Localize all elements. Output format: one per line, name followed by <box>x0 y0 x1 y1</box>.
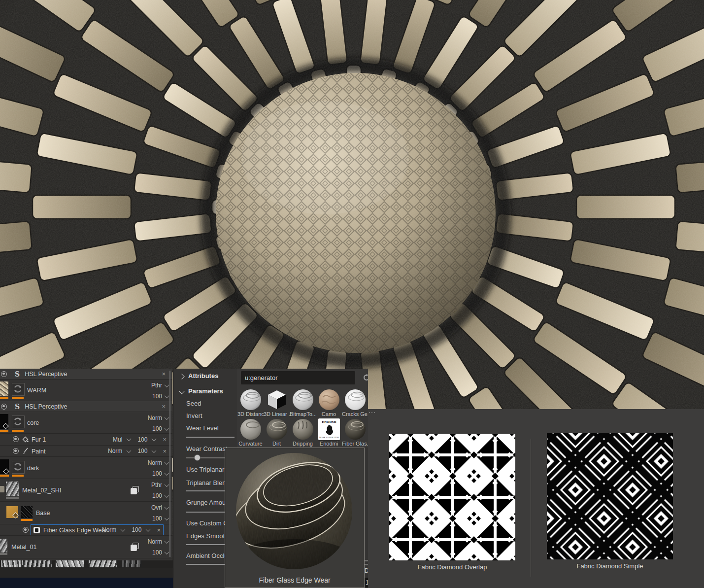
close-icon[interactable]: × <box>162 371 166 377</box>
texture-thumbnail[interactable] <box>56 560 84 567</box>
wear-contrast-slider-handle[interactable] <box>194 454 201 461</box>
effect-row[interactable]: Paint Norm 100 × <box>0 446 172 457</box>
layer-thumbnail[interactable] <box>0 539 7 553</box>
chevron-down-icon <box>165 482 169 487</box>
layer-row[interactable]: Metal_02_SHI Pthr 100 <box>0 479 172 502</box>
blend-mode-dropdown[interactable]: Norm <box>148 459 168 466</box>
fragment-value-field[interactable]: 14 <box>365 578 368 588</box>
layer-group-row[interactable]: S HSL Perceptive × <box>0 369 172 380</box>
opacity-dropdown[interactable]: 100 <box>152 515 168 522</box>
close-icon[interactable]: × <box>163 436 167 443</box>
swatch-label: Fabric Diamond Overlap <box>389 563 515 571</box>
blend-mode-dropdown[interactable]: Norm <box>102 526 116 533</box>
blend-mode-dropdown[interactable]: Pthr <box>151 382 168 389</box>
shelf-item[interactable]: Cracks Ge... <box>342 388 368 417</box>
visibility-toggle-icon[interactable] <box>13 448 19 454</box>
visibility-toggle-icon[interactable] <box>1 404 7 410</box>
layer-label[interactable]: Metal_01 <box>11 544 36 551</box>
opacity-dropdown[interactable]: 100 <box>152 470 168 477</box>
blend-mode-dropdown[interactable]: Ovrl <box>151 504 168 511</box>
shelf-item[interactable]: ENODMI MASK GENERATOR Enodmi <box>316 418 342 447</box>
shelf-item-label: 3D Distance <box>237 411 264 417</box>
fabric-diamond-simple-swatch[interactable] <box>547 433 673 559</box>
layer-thumbnail[interactable] <box>6 482 19 496</box>
texture-thumbnail[interactable] <box>122 560 142 567</box>
effect-label[interactable]: Fiber Glass Edge Wear <box>43 527 107 534</box>
refresh-icon[interactable] <box>362 373 368 382</box>
shelf-item[interactable]: Fiber Glas... <box>342 418 368 447</box>
shelf-item[interactable]: Dripping <box>290 418 316 447</box>
chevron-down-icon <box>152 436 157 441</box>
blend-mode-dropdown[interactable]: Norm <box>148 415 168 421</box>
mask-loop-icon[interactable] <box>12 415 25 428</box>
shelf-item[interactable]: 3D Distance <box>237 388 264 417</box>
shelf-item-label: Dripping <box>290 441 316 447</box>
layer-thumbnail[interactable] <box>0 459 9 474</box>
effect-row[interactable]: Fur 1 Mul 100 × <box>0 434 172 446</box>
parameters-section-header[interactable]: Parameters <box>188 387 223 395</box>
instance-copy-icon[interactable] <box>131 543 139 551</box>
chevron-down-icon <box>165 550 169 554</box>
opacity-dropdown[interactable]: 100 <box>137 436 147 443</box>
layer-thumbnail[interactable] <box>6 506 18 518</box>
shelf-item[interactable]: BitmapTo... <box>290 388 316 417</box>
layer-label[interactable]: dark <box>27 465 39 472</box>
mask-loop-icon[interactable] <box>12 383 25 396</box>
blend-mode-dropdown[interactable]: Pthr <box>151 482 168 488</box>
layer-row[interactable]: dark Norm 100 <box>0 457 172 479</box>
search-input[interactable] <box>241 371 355 384</box>
attributes-section-header[interactable]: Attributes <box>188 372 218 380</box>
layer-row[interactable]: core Norm 100 <box>0 412 172 434</box>
material-preview-sphere <box>225 448 365 588</box>
layer-label[interactable]: Base <box>36 510 50 517</box>
layer-row[interactable]: Base Ovrl 100 <box>0 502 172 524</box>
layer-row[interactable]: WARM Pthr 100 <box>0 380 172 401</box>
effect-label[interactable]: Fur 1 <box>32 436 46 443</box>
instance-copy-icon[interactable] <box>131 486 139 494</box>
layer-label[interactable]: WARM <box>27 387 46 394</box>
texture-thumbnail[interactable] <box>1 560 21 567</box>
close-icon[interactable]: × <box>162 403 166 410</box>
opacity-dropdown[interactable]: 100 <box>132 526 141 533</box>
layer-thumbnail[interactable] <box>0 414 8 429</box>
opacity-dropdown[interactable]: 100 <box>152 393 168 400</box>
opacity-dropdown[interactable]: 100 <box>137 448 147 454</box>
chevron-right-icon[interactable] <box>179 374 184 379</box>
texture-thumbnail[interactable] <box>89 560 117 567</box>
shelf-item[interactable]: Camo <box>316 388 342 417</box>
opacity-dropdown[interactable]: 100 <box>152 492 168 499</box>
chevron-down-icon <box>121 527 126 532</box>
layer-thumbnail[interactable] <box>0 381 8 396</box>
effect-row-selected[interactable]: Fiber Glass Edge Wear Norm 100 × <box>0 524 172 536</box>
blend-mode-dropdown[interactable]: Norm <box>108 448 122 454</box>
visibility-toggle-icon[interactable] <box>1 371 7 377</box>
layer-label[interactable]: Metal_02_SHI <box>22 487 61 494</box>
blend-mode-dropdown[interactable]: Norm <box>148 538 168 545</box>
shelf-item-label: Curvature <box>237 441 264 447</box>
shelf-item[interactable]: Dirt <box>264 418 290 447</box>
visibility-toggle-icon[interactable] <box>13 436 19 442</box>
shelf-item[interactable]: Curvature <box>237 418 264 447</box>
layer-label[interactable]: core <box>27 419 39 426</box>
scrollbar[interactable] <box>169 371 170 557</box>
opacity-dropdown[interactable]: 100 <box>152 549 168 556</box>
effect-label[interactable]: Paint <box>32 448 46 455</box>
folder-icon[interactable] <box>0 486 4 492</box>
channel-indicator-bar <box>12 430 24 432</box>
layer-group-row[interactable]: S HSL Perceptive × <box>0 401 172 412</box>
layer-row[interactable]: Metal_01 Norm 100 <box>0 536 172 558</box>
shelf-item[interactable]: 3D Linear ... <box>264 388 290 417</box>
close-icon[interactable]: × <box>157 527 161 533</box>
opacity-dropdown[interactable]: 100 <box>152 425 168 432</box>
texture-thumbnail[interactable] <box>22 560 52 567</box>
blend-mode-dropdown[interactable]: Mul <box>113 436 122 443</box>
mask-thumbnail[interactable] <box>21 506 33 518</box>
visibility-toggle-icon[interactable] <box>23 527 29 533</box>
layer-group-label[interactable]: HSL Perceptive <box>25 371 67 378</box>
close-icon[interactable]: × <box>163 448 167 454</box>
layer-group-label[interactable]: HSL Perceptive <box>25 403 67 410</box>
fabric-diamond-overlap-swatch[interactable] <box>389 434 515 560</box>
chevron-down-icon[interactable] <box>179 388 184 394</box>
panel-resize-handle-icon[interactable] <box>369 412 376 414</box>
mask-loop-icon[interactable] <box>12 461 25 474</box>
